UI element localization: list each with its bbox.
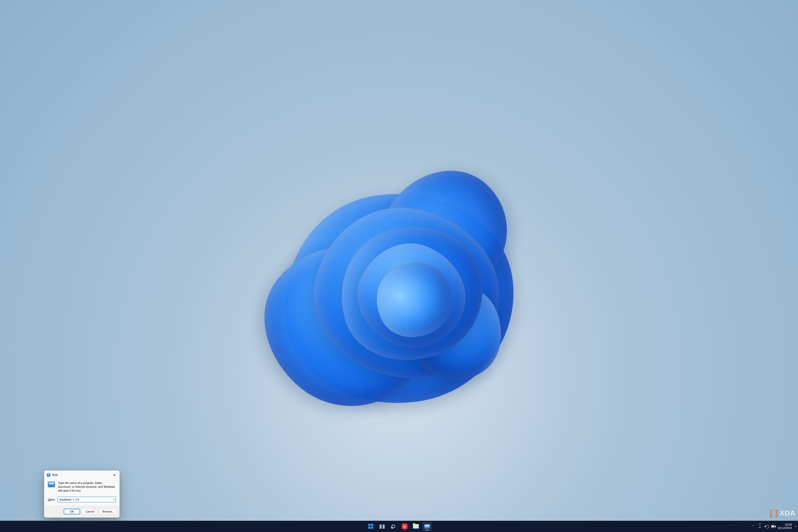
taskbar: V ˄ 18:06 01/12/2024	[0, 521, 798, 532]
run-description: Type the name of a program, folder, docu…	[58, 481, 116, 493]
browse-button[interactable]: Browse...	[99, 509, 117, 514]
run-dialog: Run ✕ Type the name of a program, folder…	[44, 470, 120, 518]
xda-watermark: [ ] XDA	[770, 509, 795, 518]
taskbar-center: V	[366, 522, 432, 531]
close-button[interactable]: ✕	[112, 472, 117, 478]
open-combobox[interactable]: ▾	[58, 497, 116, 502]
run-large-icon	[48, 481, 55, 487]
clock-button[interactable]: 18:06 01/12/2024	[778, 523, 792, 529]
task-view-button[interactable]	[377, 522, 387, 531]
open-input[interactable]	[59, 498, 111, 501]
system-tray: ˄ 18:06 01/12/2024	[751, 521, 796, 532]
start-button[interactable]	[366, 522, 376, 531]
tray-date: 01/12/2024	[778, 526, 792, 530]
run-titlebar[interactable]: Run ✕	[44, 471, 119, 479]
task-view-icon	[379, 524, 385, 528]
vivaldi-icon: V	[402, 524, 407, 529]
chevron-up-icon: ˄	[751, 525, 755, 528]
wallpaper-bloom	[233, 142, 565, 475]
taskbar-app-run[interactable]	[422, 522, 432, 531]
taskbar-app-vivaldi[interactable]: V	[400, 522, 410, 531]
chevron-down-icon[interactable]: ▾	[113, 498, 115, 501]
run-dialog-icon	[47, 473, 51, 476]
taskbar-app-file-explorer[interactable]	[411, 522, 421, 531]
windows-logo-icon	[368, 524, 374, 529]
bracket-icon: [ ]	[770, 509, 778, 517]
ok-button[interactable]: OK	[64, 509, 80, 514]
watermark-text: XDA	[780, 509, 795, 517]
file-explorer-icon	[413, 524, 419, 529]
tray-time: 18:06	[778, 523, 792, 526]
wifi-icon	[758, 525, 762, 528]
steam-icon	[391, 524, 396, 529]
close-icon: ✕	[113, 473, 116, 476]
cancel-button[interactable]: Cancel	[81, 509, 98, 514]
open-label: Open:	[48, 498, 56, 501]
volume-button[interactable]	[764, 525, 768, 528]
run-title: Run	[52, 473, 58, 477]
tray-overflow-button[interactable]: ˄	[751, 525, 755, 528]
run-taskbar-icon	[424, 524, 430, 529]
volume-icon	[764, 525, 768, 528]
battery-icon	[771, 525, 775, 528]
taskbar-app-steam[interactable]	[388, 522, 398, 531]
battery-button[interactable]	[771, 525, 775, 528]
wifi-button[interactable]	[758, 525, 762, 528]
